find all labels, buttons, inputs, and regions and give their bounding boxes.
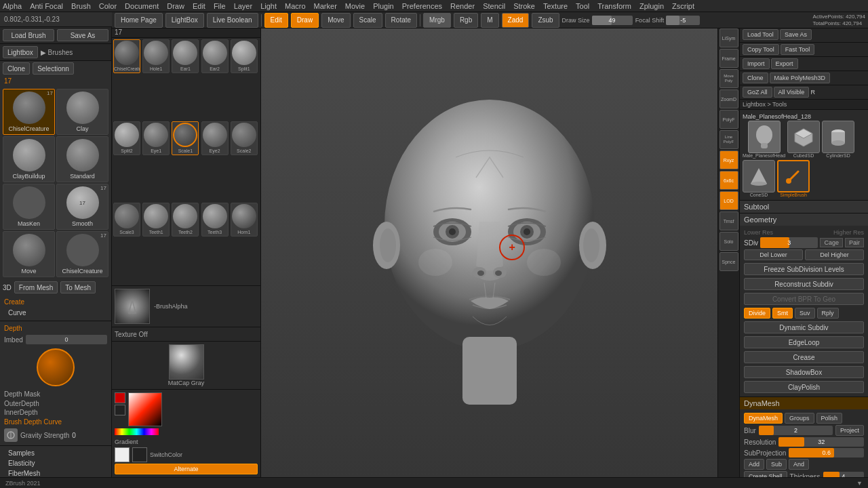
imbed-slider[interactable]: 0 <box>26 335 107 344</box>
focal-shift-slider[interactable]: -5 <box>666 16 700 25</box>
brush-depth-curve[interactable]: Brush Depth Curve <box>4 417 107 427</box>
load-brush-button[interactable]: Load Brush <box>3 29 54 41</box>
dynamic-subdiv-button[interactable]: Dynamic Subdiv <box>744 321 864 333</box>
menu-texture[interactable]: Texture <box>543 2 568 10</box>
clone-button[interactable]: Clone <box>3 62 30 75</box>
preset-head[interactable]: Male_PlanesofHead <box>743 121 785 158</box>
rxyz-button[interactable]: Rxyz <box>719 150 738 169</box>
add-button[interactable]: Add <box>744 459 764 470</box>
and-button[interactable]: And <box>789 459 809 470</box>
make-polymesh-button[interactable]: Make PolyMesh3D <box>770 73 831 83</box>
zsub-button[interactable]: Zsub <box>532 13 559 28</box>
divide-button[interactable]: Divide <box>744 308 770 319</box>
viewport[interactable]: + <box>261 27 717 477</box>
matcap-thumb[interactable] <box>169 344 204 380</box>
brush-claybuildup[interactable]: ClayBuildup <box>3 136 55 182</box>
geometry-title[interactable]: Geometry <box>740 214 868 226</box>
load-tool-button[interactable]: Load Tool <box>743 29 778 40</box>
home-page-button[interactable]: Home Page <box>115 13 163 28</box>
line-polyf-button[interactable]: LinePolyF <box>719 130 738 149</box>
pair-button[interactable]: Pair <box>845 238 864 247</box>
move-poly-button[interactable]: MovePoly <box>719 69 738 88</box>
polish-button[interactable]: Polish <box>816 413 843 424</box>
scale-button[interactable]: Scale <box>353 13 382 28</box>
clay-polish-button[interactable]: ClayPolish <box>744 381 864 393</box>
color-picker-square[interactable] <box>128 392 162 426</box>
move-button[interactable]: Move <box>321 13 350 28</box>
clone-right-button[interactable]: Clone <box>743 73 768 83</box>
brush-clay[interactable]: Clay <box>56 89 108 135</box>
rgb-button[interactable]: Rgb <box>454 13 478 28</box>
import-button[interactable]: Import <box>743 58 770 69</box>
reconstruct-subdiv-button[interactable]: Reconstruct Subdiv <box>744 278 864 290</box>
menu-layer[interactable]: Layer <box>234 2 253 10</box>
mini-brush-scale3[interactable]: Scale3 <box>113 203 140 237</box>
edit-button[interactable]: Edit <box>264 13 288 28</box>
menu-draw[interactable]: Draw <box>167 2 184 10</box>
create-title[interactable]: Create <box>4 297 107 307</box>
menu-transform[interactable]: Transform <box>597 2 631 10</box>
to-mesh-button[interactable]: To Mesh <box>60 281 96 293</box>
mini-brush-ear2[interactable]: Ear2 <box>201 39 229 73</box>
convert-bpr-button[interactable]: Convert BPR To Geo <box>744 293 864 305</box>
brush-masken[interactable]: MasKen <box>3 184 55 230</box>
menu-stroke[interactable]: Stroke <box>513 2 535 10</box>
menu-stencil[interactable]: Stencil <box>483 2 505 10</box>
alternate-button[interactable]: Alternate <box>115 464 258 474</box>
zoomd-button[interactable]: ZoomD <box>719 89 738 108</box>
subprojection-slider[interactable]: 0.6 <box>789 448 864 458</box>
mini-brush-split2[interactable]: Split2 <box>113 121 140 155</box>
brush-standard[interactable]: Standard <box>56 136 108 182</box>
menu-preferences[interactable]: Preferences <box>402 2 442 10</box>
lightbox-tools-label[interactable]: Lightbox > Tools <box>740 100 868 110</box>
menu-marker[interactable]: Marker <box>314 2 337 10</box>
blur-slider[interactable]: 2 <box>759 426 833 435</box>
preset-cubedsd[interactable]: CubedSD <box>787 121 820 158</box>
elasticity-item[interactable]: Elasticity <box>4 458 107 468</box>
rotate-button[interactable]: Rotate <box>385 13 417 28</box>
mini-brush-teeth3[interactable]: Teeth3 <box>201 203 229 237</box>
all-visible-button[interactable]: All Visible <box>774 87 810 98</box>
fibermesh-item[interactable]: FiberMesh <box>4 468 107 477</box>
del-higher-button[interactable]: Del Higher <box>805 249 864 260</box>
mini-brush-ear1[interactable]: Ear1 <box>172 39 199 73</box>
save-as-button[interactable]: Save As <box>57 29 108 41</box>
spnce-button[interactable]: Spnce <box>719 252 738 271</box>
groups-button[interactable]: Groups <box>785 413 814 424</box>
mrgb-button[interactable]: Mrgb <box>423 13 451 28</box>
trnsf-button[interactable]: Trnsf <box>719 211 738 230</box>
menu-light[interactable]: Light <box>260 2 277 10</box>
solo-button[interactable]: Solo <box>719 232 738 251</box>
brush-alpha-thumb[interactable] <box>115 289 150 324</box>
sdiv-slider[interactable]: 3 <box>760 237 818 248</box>
mini-brush-teeth2[interactable]: Teeth2 <box>172 203 199 237</box>
mini-brush-scale1[interactable]: Scale1 <box>172 121 199 155</box>
mini-brush-scale2[interactable]: Scale2 <box>231 121 258 155</box>
frame-button[interactable]: Frame <box>719 49 738 68</box>
draw-button[interactable]: Draw <box>291 13 319 28</box>
create-shell-button[interactable]: Create Shell <box>744 471 787 477</box>
brush-chisel-creature[interactable]: ChiselCreature 17 <box>3 89 55 135</box>
save-as-tool-button[interactable]: Save As <box>780 29 812 40</box>
project-button[interactable]: Project <box>835 425 864 436</box>
live-boolean-button[interactable]: Live Boolean <box>207 13 258 28</box>
menu-color[interactable]: Color <box>99 2 117 10</box>
menu-document[interactable]: Document <box>125 2 159 10</box>
copy-tool-button[interactable]: Copy Tool <box>743 44 779 55</box>
menu-macro[interactable]: Macro <box>285 2 306 10</box>
zadd-button[interactable]: Zadd <box>502 13 530 28</box>
menu-zplugin[interactable]: Zplugin <box>639 2 664 10</box>
rply-button[interactable]: Rply <box>817 308 839 319</box>
mini-brush-teeth1[interactable]: Teeth1 <box>142 203 170 237</box>
edge-loop-button[interactable]: EdgeLoop <box>744 336 864 348</box>
selection-button[interactable]: Selectionn <box>33 62 74 75</box>
resolution-slider[interactable]: 32 <box>778 437 864 447</box>
background-color[interactable] <box>132 447 147 462</box>
hue-gradient[interactable] <box>115 428 159 435</box>
brush-move[interactable]: Move <box>3 231 55 277</box>
mini-brush-eye2[interactable]: Eye2 <box>201 121 229 155</box>
freeze-subd-button[interactable]: Freeze SubDivision Levels <box>744 263 864 275</box>
lightbox-button[interactable]: LightBox <box>165 13 204 28</box>
crease-button[interactable]: Crease <box>744 351 864 363</box>
menu-plugin[interactable]: Plugin <box>373 2 394 10</box>
